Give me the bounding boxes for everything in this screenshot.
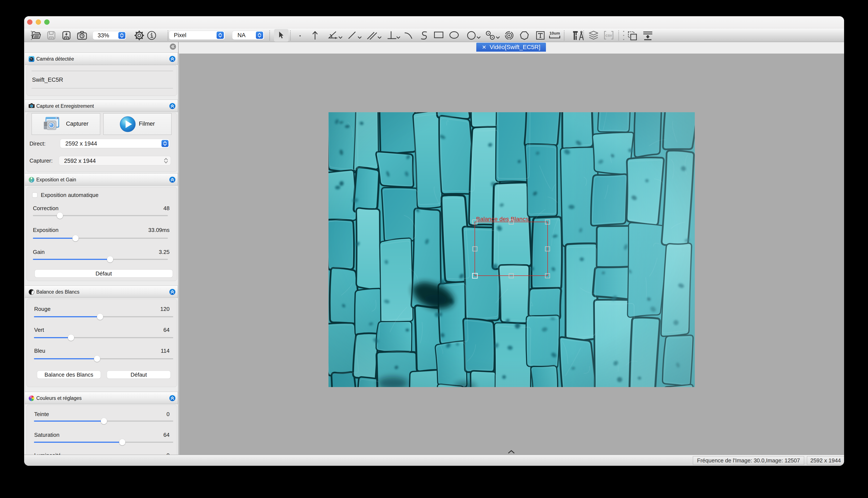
svg-text:10um: 10um [549, 31, 560, 36]
svg-text:Balance des Blancs: Balance des Blancs [476, 216, 528, 222]
svg-text:CSV: CSV [605, 34, 612, 37]
